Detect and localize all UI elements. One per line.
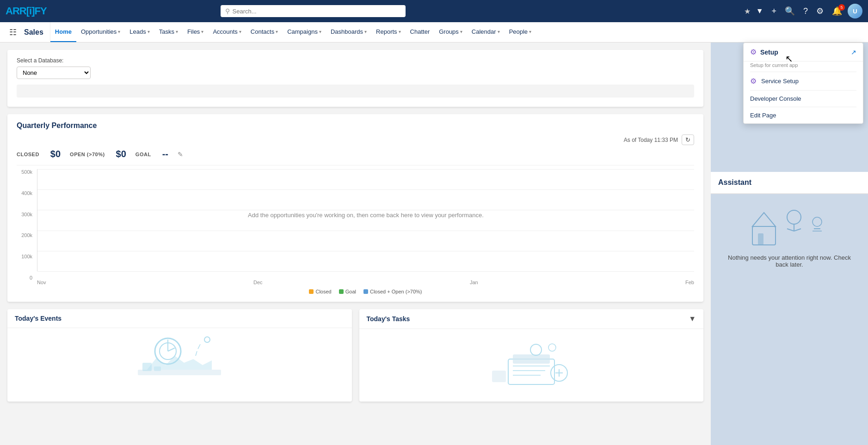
qp-header-row: As of Today 11:33 PM ↻	[17, 134, 694, 145]
y-label-100k: 100k	[21, 254, 32, 259]
nav-grid-button[interactable]: ☷	[4, 22, 22, 42]
setup-dropdown: ⚙ Setup ↗ Setup for current app ⚙ Servic…	[743, 43, 863, 124]
nav-item-reports[interactable]: Reports ▾	[371, 22, 406, 42]
svg-point-29	[813, 217, 822, 226]
nav-item-files[interactable]: Files ▾	[183, 22, 208, 42]
tasks-dropdown-btn[interactable]: ▼	[689, 315, 696, 323]
nav-item-opportunities[interactable]: Opportunities ▾	[76, 22, 125, 42]
grid-line-3	[37, 231, 694, 231]
setup-dropdown-header[interactable]: ⚙ Setup ↗	[744, 43, 863, 61]
quarterly-performance-title: Quarterly Performance	[17, 122, 694, 130]
db-empty-bar	[17, 85, 694, 98]
notification-badge: 5	[838, 4, 845, 11]
legend-label-closed: Closed	[315, 289, 331, 294]
svg-line-7	[198, 344, 200, 349]
nav-item-dashboards[interactable]: Dashboards ▾	[326, 22, 371, 42]
quarterly-performance-card: Quarterly Performance As of Today 11:33 …	[7, 114, 703, 302]
notifications-icon-btn[interactable]: 🔔 5	[829, 4, 845, 18]
nav-link-leads[interactable]: Leads ▾	[125, 22, 154, 42]
nav-item-contacts[interactable]: Contacts ▾	[246, 22, 283, 42]
legend-closed-open: Closed + Open (>70%)	[363, 289, 422, 294]
nav-link-home[interactable]: Home	[50, 22, 76, 42]
nav-link-contacts[interactable]: Contacts ▾	[246, 22, 283, 42]
nav-link-accounts[interactable]: Accounts ▾	[208, 22, 246, 42]
events-illustration	[129, 330, 230, 390]
svg-rect-24	[758, 233, 763, 245]
nav-item-people[interactable]: People ▾	[505, 22, 536, 42]
search-bar[interactable]: ⚲	[221, 5, 406, 17]
app-logo: ARR[i]FY	[6, 5, 47, 17]
setup-menu-developer-console[interactable]: Developer Console	[744, 91, 863, 107]
favorites-icon[interactable]: ★	[744, 7, 751, 16]
nav-link-opportunities[interactable]: Opportunities ▾	[76, 22, 125, 42]
goal-edit-icon[interactable]: ✎	[178, 151, 183, 158]
service-setup-icon: ⚙	[750, 77, 757, 85]
nav-link-calendar[interactable]: Calendar ▾	[467, 22, 505, 42]
help-icon-btn[interactable]: ?	[800, 5, 811, 18]
qp-timestamp: As of Today 11:33 PM	[624, 137, 678, 143]
assistant-illustration	[748, 203, 831, 250]
setup-external-icon[interactable]: ↗	[851, 49, 856, 56]
svg-line-8	[196, 351, 197, 356]
svg-point-14	[548, 344, 556, 351]
legend-dot-closed-open	[363, 289, 368, 294]
left-panel: Select a Database: None Quarterly Perfor…	[0, 43, 711, 445]
assistant-header: Assistant	[711, 172, 868, 194]
nav-item-leads[interactable]: Leads ▾	[125, 22, 154, 42]
todays-events-card: Today's Events	[7, 309, 352, 402]
assistant-message: Nothing needs your attention right now. …	[720, 250, 859, 273]
nav-app-label: Sales	[22, 22, 50, 42]
legend-dot-closed	[309, 289, 314, 294]
nav-item-groups[interactable]: Groups ▾	[434, 22, 467, 42]
add-icon-btn[interactable]: +	[769, 5, 779, 18]
svg-line-27	[787, 229, 794, 231]
svg-point-13	[530, 344, 542, 355]
svg-point-6	[204, 337, 210, 342]
avatar[interactable]: U	[848, 4, 862, 18]
setup-menu-service-setup[interactable]: ⚙ Service Setup	[744, 72, 863, 90]
nav-link-dashboards[interactable]: Dashboards ▾	[326, 22, 371, 42]
bottom-cards: Today's Events	[7, 309, 703, 409]
refresh-button[interactable]: ↻	[682, 134, 694, 145]
nav-item-accounts[interactable]: Accounts ▾	[208, 22, 246, 42]
nav-link-campaigns[interactable]: Campaigns ▾	[283, 22, 326, 42]
x-label-dec: Dec	[253, 280, 263, 285]
nav-bar: ☷ Sales Home Opportunities ▾ Leads ▾ Tas…	[0, 22, 868, 43]
nav-link-tasks[interactable]: Tasks ▾	[154, 22, 183, 42]
top-bar-actions: ★ ▼ + 🔍 ? ⚙ 🔔 5 U	[744, 4, 862, 18]
todays-tasks-body	[359, 329, 704, 394]
global-search-icon-btn[interactable]: 🔍	[782, 4, 798, 18]
nav-item-home[interactable]: Home	[50, 22, 76, 42]
main-layout: Select a Database: None Quarterly Perfor…	[0, 43, 868, 445]
svg-rect-10	[154, 366, 161, 371]
legend-label-goal: Goal	[345, 289, 356, 294]
setup-icon-btn[interactable]: ▼	[753, 5, 766, 17]
svg-rect-12	[513, 354, 550, 364]
y-label-0: 0	[30, 275, 32, 280]
nav-link-reports[interactable]: Reports ▾	[371, 22, 406, 42]
nav-link-groups[interactable]: Groups ▾	[434, 22, 467, 42]
grid-line-4	[37, 251, 694, 251]
svg-rect-22	[752, 226, 776, 245]
chart-legend: Closed Goal Closed + Open (>70%)	[37, 289, 694, 294]
developer-console-label: Developer Console	[750, 95, 801, 102]
legend-dot-goal	[339, 289, 344, 294]
setup-dropdown-header-left: ⚙ Setup	[750, 48, 778, 56]
nav-link-people[interactable]: People ▾	[505, 22, 536, 42]
right-panel: ⚙ Setup ↗ Setup for current app ⚙ Servic…	[711, 43, 868, 445]
nav-link-files[interactable]: Files ▾	[183, 22, 208, 42]
x-label-feb: Feb	[685, 280, 694, 285]
legend-label-closed-open: Closed + Open (>70%)	[370, 289, 422, 294]
db-select[interactable]: None	[17, 67, 91, 79]
todays-events-header: Today's Events	[7, 309, 352, 328]
nav-item-calendar[interactable]: Calendar ▾	[467, 22, 505, 42]
nav-item-tasks[interactable]: Tasks ▾	[154, 22, 183, 42]
nav-item-chatter[interactable]: Chatter	[406, 22, 435, 42]
nav-item-campaigns[interactable]: Campaigns ▾	[283, 22, 326, 42]
settings-icon-btn[interactable]: ⚙	[813, 4, 826, 18]
nav-link-chatter[interactable]: Chatter	[406, 22, 435, 42]
setup-menu-edit-page[interactable]: Edit Page	[744, 107, 863, 123]
search-input[interactable]	[233, 8, 401, 15]
y-label-200k: 200k	[21, 232, 32, 238]
chart-area: 500k 400k 300k 200k 100k 0	[17, 165, 694, 294]
